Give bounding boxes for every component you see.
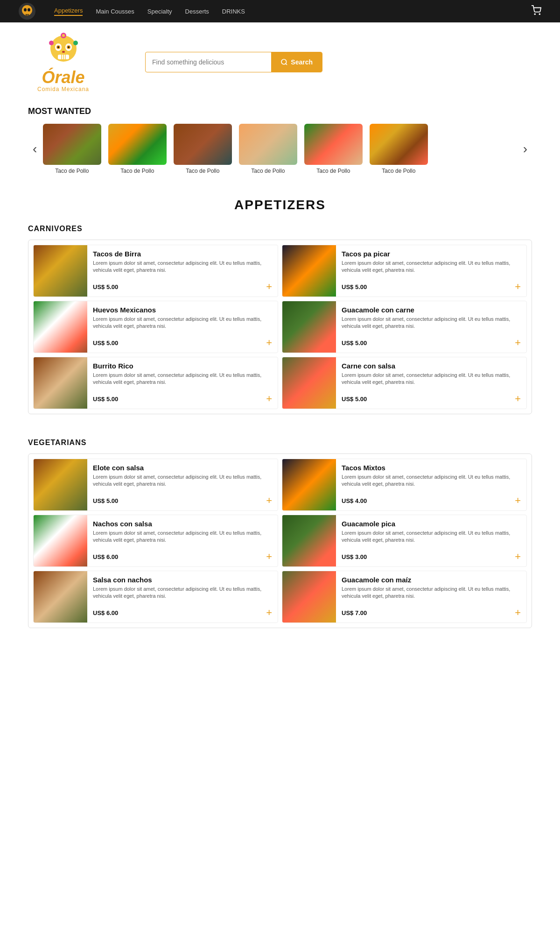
item-img-birra <box>34 245 87 297</box>
most-wanted-section: MOST WANTED ‹ Taco de Pollo Taco de Poll… <box>0 97 560 188</box>
list-item: Taco de Pollo <box>303 124 364 174</box>
table-row: Guacamole pica Lorem ipsum dolor sit ame… <box>282 515 527 567</box>
item-desc-nachos: Lorem ipsum dolor sit amet, consectetur … <box>93 530 272 548</box>
item-img-mixtos <box>282 459 336 510</box>
item-price-guamaiz: US$ 7.00 <box>342 609 367 616</box>
table-row: Huevos Mexicanos Lorem ipsum dolor sit a… <box>33 301 278 353</box>
nav-appetizers[interactable]: Appetizers <box>54 7 83 16</box>
carousel-img-3 <box>174 124 232 165</box>
item-footer-guamaiz: US$ 7.00 + <box>342 608 521 618</box>
add-elote-button[interactable]: + <box>266 495 272 506</box>
item-desc-salsa: Lorem ipsum dolor sit amet, consectetur … <box>342 372 521 390</box>
item-footer-salnachos: US$ 6.00 + <box>93 608 272 618</box>
svg-point-14 <box>57 46 59 48</box>
nav-logo <box>19 3 35 20</box>
svg-point-21 <box>49 41 54 45</box>
item-footer-elote: US$ 5.00 + <box>93 495 272 506</box>
svg-point-8 <box>539 14 540 14</box>
carousel: ‹ Taco de Pollo Taco de Pollo Taco de Po… <box>28 124 532 174</box>
list-item: Taco de Pollo <box>172 124 233 174</box>
svg-line-26 <box>286 64 287 65</box>
list-item: Taco de Pollo <box>238 124 298 174</box>
add-birra-button[interactable]: + <box>266 282 272 292</box>
table-row: Guacamole con carne Lorem ipsum dolor si… <box>282 301 527 353</box>
table-row: Elote con salsa Lorem ipsum dolor sit am… <box>33 459 278 511</box>
search-button[interactable]: Search <box>271 52 322 72</box>
item-body-guamaiz: Guacamole con maíz Lorem ipsum dolor sit… <box>336 571 526 623</box>
nav-desserts[interactable]: Desserts <box>185 8 209 15</box>
item-price-burrito: US$ 5.00 <box>93 396 118 403</box>
item-body-guapica: Guacamole pica Lorem ipsum dolor sit ame… <box>336 515 526 566</box>
nav-drinks[interactable]: DRINKS <box>222 8 245 15</box>
table-row: Tacos pa picar Lorem ipsum dolor sit ame… <box>282 245 527 297</box>
item-price-picar: US$ 5.00 <box>342 283 367 290</box>
carousel-items: Taco de Pollo Taco de Pollo Taco de Poll… <box>42 124 518 174</box>
carousel-img-1 <box>43 124 101 165</box>
item-name-burrito: Burrito Rico <box>93 362 272 370</box>
add-huevos-button[interactable]: + <box>266 338 272 348</box>
item-desc-burrito: Lorem ipsum dolor sit amet, consectetur … <box>93 372 272 390</box>
list-item: Taco de Pollo <box>107 124 168 174</box>
carousel-img-5 <box>304 124 363 165</box>
most-wanted-title: MOST WANTED <box>28 106 532 116</box>
add-nachos-button[interactable]: + <box>266 552 272 562</box>
nav-specialty[interactable]: Specialty <box>147 8 172 15</box>
add-picar-button[interactable]: + <box>515 282 521 292</box>
add-guamaiz-button[interactable]: + <box>515 608 521 618</box>
svg-rect-6 <box>28 14 29 16</box>
carousel-prev[interactable]: ‹ <box>28 142 42 156</box>
item-desc-birra: Lorem ipsum dolor sit amet, consectetur … <box>93 260 272 278</box>
carousel-img-6 <box>370 124 428 165</box>
add-mixtos-button[interactable]: + <box>515 495 521 506</box>
add-guapica-button[interactable]: + <box>515 552 521 562</box>
item-body-salnachos: Salsa con nachos Lorem ipsum dolor sit a… <box>87 571 278 623</box>
search-input[interactable] <box>146 58 271 66</box>
skull-icon <box>20 4 34 18</box>
logo-area: Órale Comida Mexicana <box>37 32 89 92</box>
nav-main-courses[interactable]: Main Cousses <box>96 8 134 15</box>
svg-point-1 <box>24 8 27 12</box>
add-guacarne-button[interactable]: + <box>515 338 521 348</box>
header: Órale Comida Mexicana Search <box>0 22 560 97</box>
add-salsa-button[interactable]: + <box>515 394 521 404</box>
table-row: Nachos con salsa Lorem ipsum dolor sit a… <box>33 515 278 567</box>
table-row: Burrito Rico Lorem ipsum dolor sit amet,… <box>33 357 278 409</box>
carousel-img-4 <box>239 124 297 165</box>
vegetarians-title: VEGETARIANS <box>28 439 532 447</box>
carousel-label-6: Taco de Pollo <box>382 168 415 174</box>
item-desc-guamaiz: Lorem ipsum dolor sit amet, consectetur … <box>342 586 521 604</box>
table-row: Tacos Mixtos Lorem ipsum dolor sit amet,… <box>282 459 527 511</box>
vegetarians-section: VEGETARIANS Elote con salsa Lorem ipsum … <box>0 431 560 636</box>
item-desc-picar: Lorem ipsum dolor sit amet, consectetur … <box>342 260 521 278</box>
cart-button[interactable] <box>531 5 541 17</box>
list-item: Taco de Pollo <box>368 124 429 174</box>
item-img-guacarne <box>282 301 336 353</box>
carousel-label-3: Taco de Pollo <box>186 168 219 174</box>
item-body-elote: Elote con salsa Lorem ipsum dolor sit am… <box>87 459 278 510</box>
item-footer-burrito: US$ 5.00 + <box>93 394 272 404</box>
table-row: Carne con salsa Lorem ipsum dolor sit am… <box>282 357 527 409</box>
vegetarians-grid: Elote con salsa Lorem ipsum dolor sit am… <box>28 453 532 628</box>
carousel-label-5: Taco de Pollo <box>316 168 350 174</box>
item-price-salnachos: US$ 6.00 <box>93 609 118 616</box>
item-name-guacarne: Guacamole con carne <box>342 306 521 314</box>
carousel-label-2: Taco de Pollo <box>120 168 154 174</box>
item-name-salsa: Carne con salsa <box>342 362 521 370</box>
item-footer-salsa: US$ 5.00 + <box>342 394 521 404</box>
item-desc-huevos: Lorem ipsum dolor sit amet, consectetur … <box>93 316 272 334</box>
carousel-next[interactable]: › <box>518 142 532 156</box>
item-desc-guapica: Lorem ipsum dolor sit amet, consectetur … <box>342 530 521 548</box>
svg-rect-4 <box>26 14 27 16</box>
item-price-huevos: US$ 5.00 <box>93 340 118 347</box>
item-desc-elote: Lorem ipsum dolor sit amet, consectetur … <box>93 474 272 492</box>
item-body-guacarne: Guacamole con carne Lorem ipsum dolor si… <box>336 301 526 353</box>
svg-point-24 <box>62 34 65 37</box>
item-footer-guacarne: US$ 5.00 + <box>342 338 521 348</box>
add-salnachos-button[interactable]: + <box>266 608 272 618</box>
item-body-mixtos: Tacos Mixtos Lorem ipsum dolor sit amet,… <box>336 459 526 510</box>
add-burrito-button[interactable]: + <box>266 394 272 404</box>
item-img-nachos <box>34 515 87 566</box>
svg-point-25 <box>281 59 287 64</box>
item-img-burrito <box>34 357 87 409</box>
search-btn-label: Search <box>291 58 313 66</box>
